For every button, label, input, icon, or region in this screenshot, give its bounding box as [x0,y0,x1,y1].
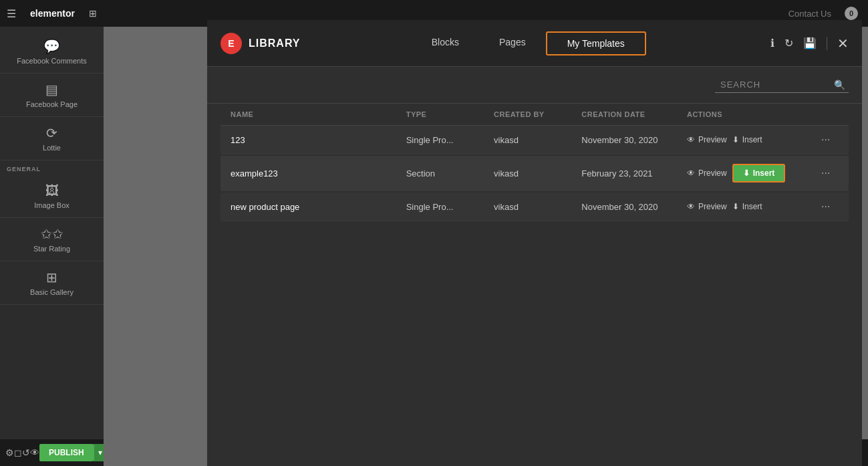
row-actions: 👁 Preview ⬇ Insert [687,164,819,183]
sidebar-item-facebook-comments[interactable]: 💬 Facebook Comments [0,30,104,74]
sidebar-item-label: Basic Gallery [30,288,74,296]
row-type: Single Pro... [406,202,494,212]
row-name: new product page [231,202,406,212]
header-divider [827,37,827,50]
settings-icon[interactable]: ⚙ [5,447,14,458]
row-date: February 23, 2021 [581,168,687,179]
row-more: ··· [819,134,839,146]
row-created-by: vikasd [494,135,581,145]
facebook-comments-icon: 💬 [43,38,60,54]
col-creation-date: CREATION DATE [581,110,687,118]
modal-header: E LIBRARY Blocks Pages My Templates ℹ ↻ [207,20,862,67]
sidebar-item-label: Image Box [34,201,69,209]
save-icon[interactable]: 💾 [803,37,817,49]
modal-table: NAME TYPE CREATED BY CREATION DATE ACTIO… [207,104,862,466]
info-icon[interactable]: ℹ [770,37,774,49]
eye-icon: 👁 [687,202,695,211]
table-row: new product page Single Pro... vikasd No… [221,193,849,221]
close-button[interactable]: ✕ [837,37,849,50]
lottie-icon: ⟳ [46,125,57,141]
row-actions: 👁 Preview ⬇ Insert [687,135,819,144]
row-created-by: vikasd [494,202,581,212]
sidebar-item-label: Lottie [43,144,61,152]
more-options-button[interactable]: ··· [819,134,833,146]
elementor-logo: E [221,33,242,54]
row-type: Section [406,168,494,179]
search-icon: 🔍 [834,80,845,90]
col-type: TYPE [406,110,494,118]
undo-icon[interactable]: ↺ [22,447,30,458]
search-input[interactable] [715,77,849,93]
preview-button[interactable]: 👁 Preview [687,202,727,211]
sidebar-item-star-rating[interactable]: ✩✩ Star Rating [0,218,104,261]
basic-gallery-icon: ⊞ [46,269,57,285]
tab-my-templates[interactable]: My Templates [546,31,646,55]
sidebar-item-lottie[interactable]: ⟳ Lottie [0,117,104,160]
grid-icon[interactable]: ⊞ [89,8,97,19]
modal-header-actions: ℹ ↻ 💾 ✕ [770,37,849,50]
row-more: ··· [819,201,839,213]
col-actions: ACTIONS [687,110,819,118]
insert-button[interactable]: ⬇ Insert [732,135,762,144]
tab-pages[interactable]: Pages [479,31,546,55]
sidebar-items: 💬 Facebook Comments ▤ Facebook Page ⟳ Lo… [0,27,104,439]
sidebar-top-bar: ☰ elementor ⊞ [0,0,104,27]
table-row: 123 Single Pro... vikasd November 30, 20… [221,126,849,154]
star-rating-icon: ✩✩ [41,226,63,242]
row-date: November 30, 2020 [581,135,687,145]
search-wrapper: 🔍 [715,77,849,93]
download-icon: ⬇ [732,135,739,144]
row-type: Single Pro... [406,135,494,145]
insert-button[interactable]: ⬇ Insert [732,202,762,211]
insert-active-button[interactable]: ⬇ Insert [732,164,786,183]
hamburger-icon[interactable]: ☰ [7,7,16,20]
preview-button[interactable]: 👁 Preview [687,168,727,178]
page-background: ☰ elementor ⊞ 💬 Facebook Comments ▤ Face… [0,0,868,466]
preview-button[interactable]: 👁 Preview [687,135,727,144]
modal-tabs: Blocks Pages My Templates [287,31,770,55]
more-options-button[interactable]: ··· [819,167,833,179]
row-created-by: vikasd [494,168,581,179]
library-modal: E LIBRARY Blocks Pages My Templates ℹ ↻ [207,20,862,466]
row-name: 123 [231,135,406,145]
tab-blocks[interactable]: Blocks [412,31,479,55]
row-actions: 👁 Preview ⬇ Insert [687,202,819,211]
col-name: NAME [231,110,406,118]
download-icon: ⬇ [743,168,750,178]
col-created-by: CREATED BY [494,110,581,118]
table-row: example123 Section vikasd February 23, 2… [221,156,849,191]
image-box-icon: 🖼 [45,183,59,199]
sidebar-logo: elementor [30,8,75,19]
sidebar-item-basic-gallery[interactable]: ⊞ Basic Gallery [0,261,104,305]
modal-search-bar: 🔍 [207,67,862,104]
refresh-icon[interactable]: ↻ [784,37,793,49]
eye-icon: 👁 [687,168,695,178]
more-options-button[interactable]: ··· [819,201,833,213]
sidebar-item-facebook-page[interactable]: ▤ Facebook Page [0,74,104,117]
col-more [819,110,839,118]
row-more: ··· [819,167,839,179]
sidebar-item-label: Facebook Page [26,100,78,108]
responsive-icon[interactable]: ◻ [14,447,22,458]
row-name: example123 [231,168,406,179]
publish-button[interactable]: PUBLISH [39,444,94,461]
sidebar-item-label: Star Rating [33,245,70,253]
sidebar-bottom: ⚙ ◻ ↺ 👁 PUBLISH ▾ [0,439,104,466]
row-date: November 30, 2020 [581,202,687,212]
sidebar-item-image-box[interactable]: 🖼 Image Box [0,175,104,218]
sidebar-item-label: Facebook Comments [17,57,87,65]
sidebar: ☰ elementor ⊞ 💬 Facebook Comments ▤ Face… [0,0,104,466]
publish-arrow-button[interactable]: ▾ [94,444,104,461]
main-content: Contact Us 0 E LIBRARY Blocks Pages [104,0,868,466]
download-icon: ⬇ [732,202,739,211]
sidebar-section-general: GENERAL [0,160,104,175]
facebook-page-icon: ▤ [45,82,58,98]
table-header: NAME TYPE CREATED BY CREATION DATE ACTIO… [221,104,849,126]
preview-mode-icon[interactable]: 👁 [30,447,39,458]
eye-icon: 👁 [687,135,695,144]
